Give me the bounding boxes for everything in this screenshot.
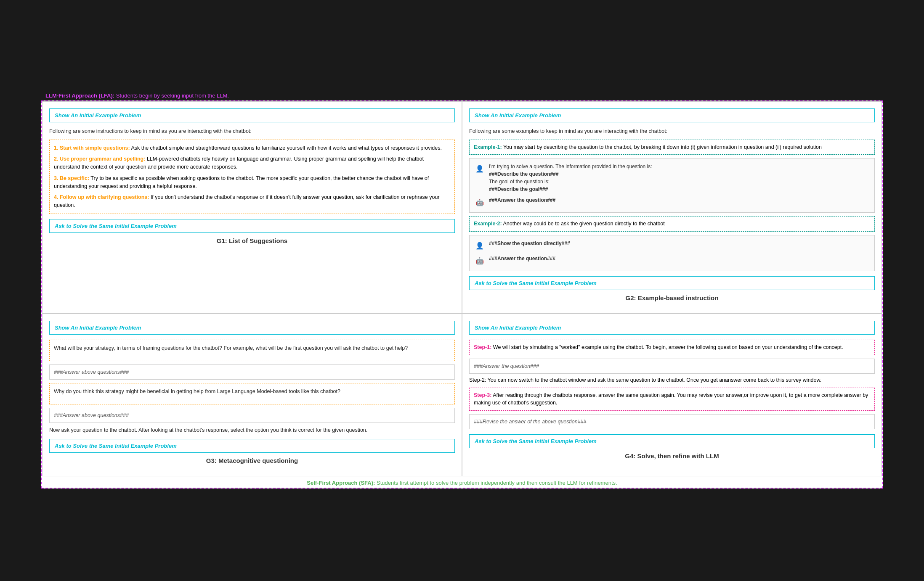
g3-intro3: Now ask your question to the chatbot. Af… <box>49 426 455 434</box>
show-problem-btn-g1[interactable]: Show An Initial Example Problem <box>49 108 455 122</box>
g2-chat1-bot-text: ###Answer the question### <box>489 196 870 204</box>
g2-chat2-user-text: ###Show the question directly### <box>489 240 870 247</box>
g2-chat1-user-row: 👤 I'm trying to solve a question. The in… <box>474 163 870 193</box>
g3-question2-box: Why do you think this strategy might be … <box>49 383 455 404</box>
g1-item-1: 1. Start with simple questions: Ask the … <box>54 144 450 152</box>
g4-step1-box: Step-1: We will start by simulating a "w… <box>469 340 875 355</box>
show-problem-btn-g2[interactable]: Show An Initial Example Problem <box>469 108 875 122</box>
show-problem-btn-g3[interactable]: Show An Initial Example Problem <box>49 321 455 335</box>
g4-step3-box: Step-3: After reading through the chatbo… <box>469 388 875 411</box>
g2-chat2-user-row: 👤 ###Show the question directly### <box>474 240 870 251</box>
lfa-label: LLM-First Approach (LFA): Students begin… <box>41 92 883 99</box>
user-icon-1: 👤 <box>474 163 486 174</box>
g3-answer1-box[interactable]: ###Answer above questions### <box>49 364 455 380</box>
g4-label: G4: Solve, then refine with LLM <box>469 448 875 465</box>
show-problem-btn-g4[interactable]: Show An Initial Example Problem <box>469 321 875 335</box>
g2-chat2-bot-row: 🤖 ###Answer the question### <box>474 255 870 267</box>
g2-chat1-user-text: I'm trying to solve a question. The info… <box>489 163 870 193</box>
g1-item-4: 4. Follow up with clarifying questions: … <box>54 193 450 209</box>
g3-question1-box: What will be your strategy, in terms of … <box>49 340 455 361</box>
ask-solve-btn-g3[interactable]: Ask to Solve the Same Initial Example Pr… <box>49 439 455 453</box>
g1-label: G1: List of Suggestions <box>49 233 455 249</box>
g1-suggestions-box: 1. Start with simple questions: Ask the … <box>49 140 455 214</box>
sfa-label: Self-First Approach (SFA): Students firs… <box>42 476 882 488</box>
g2-chat1: 👤 I'm trying to solve a question. The in… <box>469 158 875 213</box>
bot-icon-1: 🤖 <box>474 196 486 208</box>
bot-icon-2: 🤖 <box>474 255 486 267</box>
g4-answer2-box[interactable]: ###Revise the answer of the above questi… <box>469 414 875 429</box>
g1-intro: Following are some instructions to keep … <box>49 127 455 135</box>
g2-example1-box: Example-1: You may start by describing t… <box>469 140 875 155</box>
quadrant-g4: Show An Initial Example Problem Step-1: … <box>462 314 882 476</box>
g3-intro2: Why do you think this strategy might be … <box>54 388 450 396</box>
g4-answer1-box[interactable]: ###Answer the question### <box>469 359 875 374</box>
quadrant-g1: Show An Initial Example Problem Followin… <box>42 101 462 314</box>
ask-solve-btn-g1[interactable]: Ask to Solve the Same Initial Example Pr… <box>49 219 455 233</box>
g3-intro1: What will be your strategy, in terms of … <box>54 344 450 352</box>
g3-label: G3: Metacognitive questioning <box>49 453 455 469</box>
quadrant-g2: Show An Initial Example Problem Followin… <box>462 101 882 314</box>
g1-item-3: 3. Be specific: Try to be as specific as… <box>54 174 450 190</box>
g2-chat2: 👤 ###Show the question directly### 🤖 ###… <box>469 235 875 271</box>
g2-chat2-bot-text: ###Answer the question### <box>489 255 870 262</box>
user-icon-2: 👤 <box>474 240 486 251</box>
quadrant-g3: Show An Initial Example Problem What wil… <box>42 314 462 476</box>
g2-chat1-bot-row: 🤖 ###Answer the question### <box>474 196 870 208</box>
g2-intro: Following are some examples to keep in m… <box>469 127 875 135</box>
g4-step2-text: Step-2: You can now switch to the chatbo… <box>469 376 875 384</box>
ask-solve-btn-g2[interactable]: Ask to Solve the Same Initial Example Pr… <box>469 276 875 290</box>
g2-label: G2: Example-based instruction <box>469 290 875 306</box>
g2-example2-box: Example-2: Another way could be to ask t… <box>469 216 875 232</box>
ask-solve-btn-g4[interactable]: Ask to Solve the Same Initial Example Pr… <box>469 434 875 448</box>
g3-answer2-box[interactable]: ###Answer above questions### <box>49 408 455 423</box>
g1-item-2: 2. Use proper grammar and spelling: LLM-… <box>54 155 450 171</box>
